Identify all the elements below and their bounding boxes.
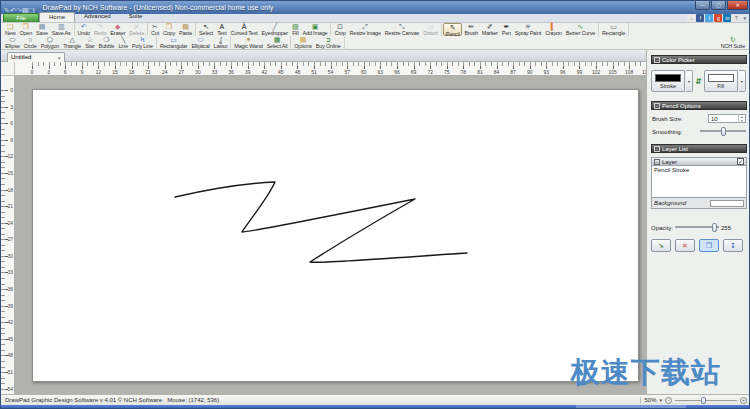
ribbon-magic-wand-button[interactable]: ✶Magic Wand bbox=[232, 36, 264, 50]
nch-suite-button[interactable]: ↻NCH Suite bbox=[719, 36, 747, 49]
background-color-swatch[interactable] bbox=[710, 200, 744, 207]
brush-size-input[interactable]: 10 ▴ ▾ bbox=[708, 114, 746, 123]
smoothing-slider[interactable] bbox=[700, 127, 746, 136]
duplicate-layer-button[interactable]: ❐ bbox=[699, 239, 719, 252]
ribbon-eraser-button[interactable]: ◆Eraser bbox=[108, 23, 127, 36]
ribbon-distort-button[interactable]: ▱Distort bbox=[421, 23, 440, 36]
stroke-color-dropdown[interactable]: ▾ bbox=[686, 70, 693, 92]
background-layer-row[interactable]: Background bbox=[651, 198, 747, 209]
crop-icon: ⊡ bbox=[337, 23, 343, 30]
zoom-slider[interactable] bbox=[675, 396, 737, 405]
ribbon-pencil-button[interactable]: ✎Pencil bbox=[443, 23, 463, 36]
file-menu-button[interactable]: File bbox=[3, 13, 39, 22]
ribbon-rectangular-button[interactable]: ▭Rectangular bbox=[158, 36, 189, 50]
ribbon-brush-button[interactable]: ✏Brush bbox=[462, 23, 479, 36]
ribbon-fill-button[interactable]: ▨Fill bbox=[290, 23, 301, 36]
ribbon-open-button[interactable]: ❐Open bbox=[17, 23, 34, 36]
layer-item-pencil-stroke[interactable]: Pencil Stroke bbox=[654, 167, 744, 173]
layer-list-header[interactable]: − Layer List bbox=[651, 144, 747, 153]
facebook-icon[interactable]: f bbox=[696, 14, 704, 22]
stroke-color-button[interactable]: Stroke bbox=[651, 70, 685, 92]
layer-collapse-icon[interactable]: − bbox=[654, 159, 660, 165]
ribbon-resize-image-button[interactable]: ⤢Resize Image bbox=[348, 23, 383, 36]
ribbon-lasso-button[interactable]: ʆLasso bbox=[212, 36, 230, 50]
ribbon-buy-online-button[interactable]: ➲Buy Online bbox=[314, 36, 343, 50]
zoom-out-button[interactable]: − bbox=[665, 397, 672, 404]
ribbon-paste-button[interactable]: ▤Paste bbox=[177, 23, 194, 36]
ribbon-elliptical-button[interactable]: ⬭Elliptical bbox=[189, 36, 211, 50]
ribbon-marker-button[interactable]: ✐Marker bbox=[480, 23, 500, 36]
ribbon-line-button[interactable]: ╲Line bbox=[116, 36, 130, 50]
opacity-slider[interactable] bbox=[675, 223, 719, 232]
ribbon-undo-button[interactable]: ↶Undo bbox=[76, 23, 92, 36]
googleplus-icon[interactable]: g bbox=[714, 14, 722, 22]
brush-size-spinner[interactable]: ▴ ▾ bbox=[738, 115, 745, 123]
collapse-icon[interactable]: − bbox=[654, 146, 660, 152]
merge-down-button[interactable]: ↧ bbox=[723, 239, 743, 252]
ribbon-eyedropper-button[interactable]: ╱Eyedropper bbox=[260, 23, 290, 36]
ribbon-ellipse-button[interactable]: ⬭Ellipse bbox=[3, 36, 22, 50]
ribbon-delete-button[interactable]: ✕Delete bbox=[127, 23, 146, 36]
zoom-slider-thumb[interactable] bbox=[701, 397, 706, 404]
v-ruler-label: 15 bbox=[7, 170, 13, 175]
share-icon[interactable]: ⌂ bbox=[687, 14, 695, 22]
ribbon-select-all-button[interactable]: ▦Select All bbox=[265, 36, 290, 50]
ribbon-resize-canvas-button[interactable]: ⤡Resize Canvas bbox=[383, 23, 421, 36]
smoothing-thumb[interactable] bbox=[721, 127, 726, 136]
ribbon-add-image-button[interactable]: ▣Add Image bbox=[301, 23, 330, 36]
ribbon-rectangle-button[interactable]: ▭Rectangle bbox=[600, 23, 627, 36]
document-tab-untitled[interactable]: Untitled × bbox=[7, 52, 65, 62]
maximize-button[interactable]: ▢ bbox=[711, 1, 726, 10]
ribbon-polygon-button[interactable]: ⬠Polygon bbox=[39, 36, 61, 50]
ribbon-options-button[interactable]: ▤Options bbox=[292, 36, 314, 50]
help-dropdown-icon[interactable]: ▾ bbox=[743, 15, 746, 21]
ribbon-text-button[interactable]: AText bbox=[215, 23, 228, 36]
ribbon-bubble-button[interactable]: ❍Bubble bbox=[97, 36, 117, 50]
tab-advanced[interactable]: Advanced bbox=[75, 12, 120, 22]
add-layer-button[interactable]: ↘ bbox=[651, 239, 671, 252]
ribbon-new-button[interactable]: ❏New bbox=[3, 23, 17, 36]
swap-colors-icon[interactable]: ⇵ bbox=[695, 77, 702, 86]
fill-color-button[interactable]: Fill bbox=[704, 70, 738, 92]
color-picker-header[interactable]: − Color Picker bbox=[651, 55, 747, 64]
drawing-canvas[interactable] bbox=[32, 89, 639, 382]
collapse-icon[interactable]: − bbox=[654, 103, 660, 109]
tab-suite[interactable]: Suite bbox=[120, 12, 152, 22]
close-button[interactable]: ✕ bbox=[727, 1, 748, 10]
ribbon-save-button[interactable]: ▤Save bbox=[34, 23, 50, 36]
layer-items-list[interactable]: Pencil Stroke bbox=[651, 166, 747, 198]
zoom-dropdown-icon[interactable]: ▾ bbox=[659, 397, 662, 403]
ribbon-curved-text-button[interactable]: ÂCurved Text bbox=[229, 23, 260, 36]
ribbon-spray-paint-button[interactable]: ✳Spray Paint bbox=[513, 23, 543, 36]
help-icon[interactable]: ? bbox=[732, 14, 740, 22]
ribbon-pen-button[interactable]: ✒Pen bbox=[500, 23, 513, 36]
delete-layer-button[interactable]: ✕ bbox=[675, 239, 695, 252]
ribbon-select-button[interactable]: ↖Select bbox=[197, 23, 215, 36]
linkedin-icon[interactable]: in bbox=[723, 14, 731, 22]
opacity-thumb[interactable] bbox=[712, 223, 717, 232]
ribbon-copy-button[interactable]: ❐Copy bbox=[161, 23, 177, 36]
fill-color-dropdown[interactable]: ▾ bbox=[739, 70, 746, 92]
collapse-icon[interactable]: − bbox=[654, 57, 660, 63]
twitter-icon[interactable]: t bbox=[705, 14, 713, 22]
ribbon-cut-button[interactable]: ✂Cut bbox=[149, 23, 161, 36]
layer-group-row[interactable]: − Layer ✓ bbox=[651, 157, 747, 166]
ribbon-redo-button[interactable]: ↷Redo bbox=[92, 23, 108, 36]
ribbon-poly-line-button[interactable]: ϞPoly Line bbox=[130, 36, 155, 50]
zoom-in-button[interactable]: + bbox=[740, 397, 747, 404]
minimize-button[interactable]: — bbox=[695, 1, 710, 10]
spinner-down-icon[interactable]: ▾ bbox=[741, 119, 743, 123]
ribbon-nch-suite-button[interactable]: ↻NCH Suite bbox=[719, 36, 747, 49]
ribbon-crayon-button[interactable]: ▍Crayon bbox=[543, 23, 564, 36]
layer-visibility-checkbox[interactable]: ✓ bbox=[737, 158, 744, 165]
zoom-level[interactable]: 50% bbox=[644, 397, 656, 403]
pencil-options-header[interactable]: − Pencil Options bbox=[651, 101, 747, 110]
tab-close-icon[interactable]: × bbox=[57, 54, 61, 62]
ribbon-circle-button[interactable]: ○Circle bbox=[22, 36, 39, 50]
ribbon-star-button[interactable]: ☆Star bbox=[83, 36, 96, 50]
ribbon-crop-button[interactable]: ⊡Crop bbox=[332, 23, 347, 36]
ribbon-bezier-curve-button[interactable]: ∿Bezier Curve bbox=[564, 23, 597, 36]
ribbon-triangle-button[interactable]: △Triangle bbox=[61, 36, 83, 50]
tab-home[interactable]: Home bbox=[39, 12, 75, 22]
ribbon-save-as-button[interactable]: ▥Save As bbox=[50, 23, 73, 36]
